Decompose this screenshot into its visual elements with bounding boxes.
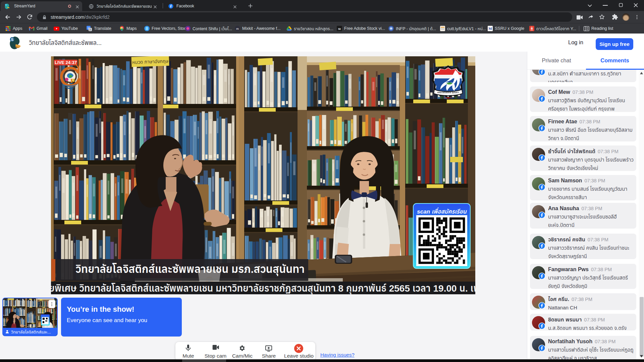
svg-text:ยพิเศษ วิทยาลัยโลจิสติกส์และซั: ยพิเศษ วิทยาลัยโลจิสติกส์และซัพพลายเชน ม… [51, 282, 475, 294]
svg-text:S: S [11, 38, 14, 42]
svg-text:วิทยาลัยโลจิสติกส์และซัพพลายเช: วิทยาลัยโลจิสติกส์และซัพพลายเชน มรภ.สวนส… [75, 262, 305, 276]
svg-text:M: M [488, 26, 492, 31]
svg-text:m: m [236, 27, 239, 31]
svg-text:LIVE 24:37: LIVE 24:37 [55, 60, 77, 65]
svg-text:文: 文 [89, 28, 92, 31]
svg-text:St: St [338, 27, 341, 31]
svg-text:scan เพื่อสมัครเรียน: scan เพื่อสมัครเรียน [417, 207, 467, 215]
svg-text:คณะโลจิสติกส์ สุนันทา: คณะโลจิสติกส์ สุนันทา [437, 91, 459, 94]
